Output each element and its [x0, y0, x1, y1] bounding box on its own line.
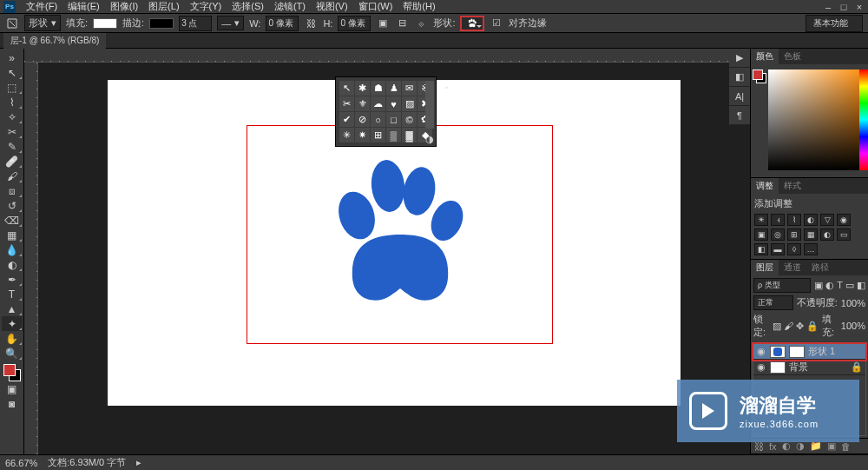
layer-thumbnail[interactable]	[770, 361, 786, 374]
character-panel-icon[interactable]: A|	[729, 87, 750, 106]
history-brush-tool[interactable]: ↺	[2, 198, 23, 213]
panel-fgbg-colors[interactable]	[753, 70, 766, 83]
paragraph-panel-icon[interactable]: ¶	[729, 106, 750, 125]
link-wh-icon[interactable]: ⛓	[304, 17, 318, 30]
type-tool[interactable]: T	[2, 287, 23, 301]
blur-tool[interactable]: 💧	[2, 242, 23, 257]
popup-resize-handle[interactable]: ◦	[444, 83, 448, 92]
maximize-button[interactable]: □	[838, 2, 849, 12]
pen-tool[interactable]: ✒	[2, 272, 23, 287]
menu-image[interactable]: 图像(I)	[105, 0, 143, 13]
foreground-background-colors[interactable]	[3, 364, 21, 381]
menu-select[interactable]: 选择(S)	[227, 0, 269, 13]
bw-adj-icon[interactable]: ▣	[754, 228, 768, 241]
filter-type-dropdown[interactable]: ρ 类型	[753, 278, 811, 293]
custom-shape-tool[interactable]: ✦	[2, 316, 23, 331]
hue-slider[interactable]	[859, 70, 868, 170]
brush-tool[interactable]: 🖌	[2, 169, 23, 183]
filter-type-icon[interactable]: T	[837, 280, 843, 291]
status-menu-icon[interactable]: ▸	[136, 457, 141, 468]
brightness-adj-icon[interactable]: ☀	[754, 214, 768, 226]
shape-item[interactable]: ✱	[355, 81, 370, 96]
shape-item[interactable]: ♥	[386, 96, 401, 111]
layer-thumbnail[interactable]	[770, 346, 786, 358]
channels-tab[interactable]: 通道	[779, 260, 806, 275]
lock-position-icon[interactable]: ✥	[796, 321, 804, 332]
swatches-tab[interactable]: 色板	[779, 49, 806, 64]
panel-fg-color[interactable]	[753, 70, 763, 80]
layer-row-shape1[interactable]: ◉ 形状 1	[753, 344, 865, 360]
magic-wand-tool[interactable]: ✧	[2, 109, 23, 124]
shape-item[interactable]: ☁	[371, 96, 385, 111]
menu-filter[interactable]: 滤镜(T)	[269, 0, 311, 13]
screen-mode-icon[interactable]: ▣	[2, 381, 23, 396]
stroke-width-input[interactable]: 3 点	[179, 16, 212, 31]
fx-icon[interactable]: fx	[769, 441, 777, 452]
adjustments-tab[interactable]: 调整	[751, 178, 779, 194]
layer-name[interactable]: 形状 1	[808, 345, 835, 358]
constrain-icon[interactable]: ☑	[490, 17, 503, 30]
color-tab[interactable]: 颜色	[751, 49, 779, 64]
delete-layer-icon[interactable]: 🗑	[841, 441, 851, 452]
layers-tab[interactable]: 图层	[751, 260, 779, 275]
layer-name[interactable]: 背景	[789, 361, 808, 374]
lock-transparent-icon[interactable]: ▨	[773, 321, 781, 332]
curves-adj-icon[interactable]: ⌇	[787, 214, 801, 226]
shape-item[interactable]: ⚜	[355, 96, 370, 111]
shape-item[interactable]: ✳	[339, 128, 354, 142]
height-input[interactable]: 0 像素	[338, 16, 371, 31]
filter-adjust-icon[interactable]: ◐	[825, 280, 834, 291]
shape-item[interactable]: ♟	[386, 81, 401, 96]
dodge-tool[interactable]: ◐	[2, 257, 23, 272]
history-panel-icon[interactable]: ▶	[729, 49, 750, 68]
menu-help[interactable]: 帮助(H)	[398, 0, 440, 13]
photo-filter-adj-icon[interactable]: ◎	[771, 228, 785, 241]
paths-tab[interactable]: 路径	[806, 260, 834, 275]
channel-mixer-adj-icon[interactable]: ⊞	[787, 228, 801, 241]
align-icon[interactable]: ⊟	[395, 17, 409, 30]
lock-image-icon[interactable]: 🖌	[784, 321, 793, 332]
levels-adj-icon[interactable]: ⫞	[771, 214, 785, 226]
invert-adj-icon[interactable]: ◐	[820, 228, 834, 241]
selective-color-adj-icon[interactable]: ◊	[787, 243, 801, 255]
stroke-style-dropdown[interactable]: —▾	[217, 16, 244, 30]
menu-window[interactable]: 窗口(W)	[353, 0, 398, 13]
move-tool[interactable]: ↖	[2, 65, 23, 80]
document-info[interactable]: 文档:6.93M/0 字节	[48, 456, 126, 469]
shape-item[interactable]: ✷	[355, 128, 370, 142]
shape-mode-dropdown[interactable]: 形状▾	[24, 15, 61, 31]
lasso-tool[interactable]: ⌇	[2, 95, 23, 109]
eyedropper-tool[interactable]: ✎	[2, 139, 23, 154]
hue-adj-icon[interactable]: ◉	[837, 214, 851, 226]
width-input[interactable]: 0 像素	[266, 16, 299, 31]
minimize-button[interactable]: –	[823, 2, 833, 12]
tool-preset-icon[interactable]	[5, 17, 19, 30]
shape-item[interactable]: ✔	[339, 112, 354, 127]
layer-row-background[interactable]: ◉ 背景 🔒	[753, 360, 865, 375]
shape-item[interactable]: ○	[371, 112, 385, 127]
custom-shape-picker-button[interactable]	[460, 16, 484, 31]
menu-view[interactable]: 视图(V)	[311, 0, 353, 13]
styles-tab[interactable]: 样式	[779, 178, 806, 194]
eraser-tool[interactable]: ⌫	[2, 213, 23, 228]
visibility-toggle-icon[interactable]: ◉	[756, 361, 766, 373]
arrange-icon[interactable]: ⟐	[414, 17, 428, 30]
shape-item[interactable]: ▨	[402, 96, 417, 111]
posterize-adj-icon[interactable]: ▭	[837, 228, 851, 241]
shape-item[interactable]: ©	[402, 112, 417, 127]
lock-all-icon[interactable]: 🔒	[806, 321, 819, 332]
filter-smart-icon[interactable]: ◧	[857, 280, 865, 291]
hand-tool[interactable]: ✋	[2, 331, 23, 346]
visibility-toggle-icon[interactable]: ◉	[756, 346, 766, 357]
stroke-color-swatch[interactable]	[149, 18, 174, 29]
workspace-switcher[interactable]: 基本功能	[806, 15, 863, 32]
menu-type[interactable]: 文字(Y)	[185, 0, 227, 13]
menu-file[interactable]: 文件(F)	[21, 0, 62, 13]
layer-mask-thumbnail[interactable]	[789, 346, 805, 358]
shape-item[interactable]: ☗	[371, 81, 385, 96]
opacity-value[interactable]: 100%	[841, 298, 865, 308]
quick-mask-icon[interactable]: ◙	[2, 396, 23, 411]
foreground-color[interactable]	[3, 364, 16, 376]
exposure-adj-icon[interactable]: ◐	[804, 214, 818, 226]
close-button[interactable]: ×	[854, 2, 865, 12]
